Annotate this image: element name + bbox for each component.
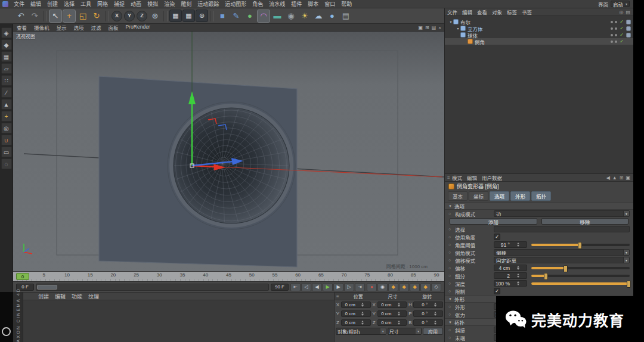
anim-dot-icon[interactable]: ○ (448, 328, 453, 332)
anim-dot-icon[interactable]: ○ (448, 266, 453, 270)
view-label[interactable]: 透视视图 (16, 33, 35, 39)
next-frame-button[interactable]: ▶ (333, 283, 343, 291)
menu-item[interactable]: 选择 (61, 0, 78, 8)
limit-checkbox[interactable]: ✓ (494, 288, 500, 294)
layout-dropdown[interactable]: 启动▾ (611, 1, 630, 7)
play-button[interactable]: ▶ (323, 283, 333, 291)
spinner-icon[interactable] (392, 321, 407, 325)
live-selection-icon[interactable]: ↖ (49, 10, 62, 23)
render-visibility-dot[interactable] (615, 27, 617, 30)
record-position-button[interactable]: ◆ (388, 283, 398, 291)
spinner-icon[interactable] (510, 266, 526, 270)
anim-dot-icon[interactable]: ○ (448, 235, 453, 239)
object-name[interactable]: 倒角 (475, 38, 485, 45)
angle-threshold-field[interactable]: 91 ° (494, 241, 527, 248)
record-rotation-button[interactable]: ◆ (410, 283, 420, 291)
spinner-icon[interactable] (510, 273, 526, 278)
panel-menu-icon[interactable]: ≡ (336, 294, 341, 299)
record-scale-button[interactable]: ◆ (399, 283, 409, 291)
render-visibility-dot[interactable] (615, 21, 617, 23)
spinner-icon[interactable] (392, 303, 407, 307)
viewport-menu-item[interactable]: 选项 (70, 24, 88, 31)
camera-object-icon[interactable]: ◉ (284, 10, 298, 23)
frame-range-slider[interactable] (36, 284, 269, 291)
object-manager-menu-item[interactable]: 文件 (445, 8, 460, 15)
attribute-menu-item[interactable]: 用户数据 (479, 174, 504, 181)
bend-deformer-icon[interactable]: ◠ (257, 10, 270, 23)
anim-dot-icon[interactable]: ○ (448, 335, 453, 340)
menu-item[interactable]: 编辑 (27, 0, 44, 8)
attribute-tab[interactable]: 外形 (510, 191, 530, 201)
phong-tag-icon[interactable] (626, 33, 631, 38)
material-menu-item[interactable]: 创建 (35, 293, 52, 300)
workplane-mode-icon[interactable]: ▱ (1, 63, 12, 74)
polygons-mode-icon[interactable]: ▲ (1, 99, 12, 110)
lock-icon[interactable]: ▣ (626, 175, 630, 181)
bevel-mode-dropdown[interactable]: 倒棱▼ (494, 249, 630, 256)
object-manager-menu-item[interactable]: 编辑 (460, 8, 475, 15)
floor-object-icon[interactable]: ▬ (271, 10, 284, 23)
scale-tool-icon[interactable]: ◱ (76, 10, 89, 23)
goto-end-button[interactable]: ⇥ (355, 283, 365, 291)
next-key-button[interactable]: ▷ (344, 283, 354, 291)
viewport-solo-icon[interactable]: ◎ (1, 123, 12, 133)
redo-icon[interactable]: ↷ (28, 10, 41, 23)
anim-dot-icon[interactable]: ○ (448, 258, 453, 262)
size-x-field[interactable]: 0 cm (377, 301, 407, 308)
rotate-tool-icon[interactable]: ↻ (90, 10, 103, 23)
x-axis-lock-icon[interactable]: X (112, 11, 122, 21)
viewport-menu-item[interactable]: ProRender (122, 24, 154, 31)
goto-start-button[interactable]: ⇤ (290, 283, 301, 291)
object-row[interactable]: ▾ 立方体 ✓ (445, 25, 633, 32)
spinner-icon[interactable] (356, 321, 370, 325)
viewport-menu-item[interactable]: 面板 (105, 24, 122, 31)
spinner-icon[interactable] (392, 312, 407, 316)
menu-item[interactable]: 帮助 (338, 0, 355, 8)
anim-dot-icon[interactable]: ○ (448, 250, 453, 254)
position-x-field[interactable]: 0 cm (341, 301, 371, 308)
search-icon[interactable]: ◎ (619, 10, 623, 15)
snapping-icon[interactable]: ∪ (1, 135, 12, 145)
size-z-field[interactable]: 0 cm (377, 319, 407, 326)
range-end-field[interactable]: 90 F (271, 284, 289, 291)
attribute-tab[interactable]: 拓扑 (531, 191, 551, 201)
phong-tag-icon[interactable] (626, 20, 631, 24)
record-pla-button[interactable]: ◇ (431, 283, 441, 291)
viewport-menu-item[interactable]: 过滤 (88, 24, 105, 31)
pane-maximize-icon[interactable]: ▣ (419, 25, 423, 30)
menu-item[interactable]: 脚本 (305, 0, 321, 8)
selection-add-button[interactable]: 添加 (450, 218, 537, 225)
expand-icon[interactable]: ▾ (448, 20, 453, 24)
model-mode-icon[interactable]: ◆ (1, 39, 12, 50)
object-manager-menu-item[interactable]: 标签 (504, 8, 519, 15)
anim-dot-icon[interactable]: ○ (448, 289, 453, 293)
depth-slider[interactable] (531, 282, 630, 285)
sky-object-icon[interactable]: ☁ (312, 10, 325, 23)
spinner-icon[interactable] (428, 303, 442, 307)
material-menu-item[interactable]: 编辑 (52, 293, 69, 300)
workplane-snap-icon[interactable]: ▭ (1, 147, 12, 157)
enabled-check-icon[interactable]: ✓ (620, 39, 624, 44)
record-parameter-button[interactable]: ◆ (420, 283, 431, 291)
spinner-icon[interactable] (428, 321, 442, 325)
autokey-button[interactable]: ◉ (377, 283, 388, 291)
nav-back-icon[interactable]: ◀ (606, 175, 610, 181)
enable-axis-icon[interactable]: + (1, 111, 12, 122)
composition-mode-dropdown[interactable]: 边▼ (494, 210, 630, 217)
render-view-icon[interactable]: ▦ (169, 10, 182, 22)
attribute-menu-item[interactable]: 模式 (450, 174, 465, 181)
selection-field[interactable] (494, 226, 630, 232)
frame-slider-handle[interactable] (37, 285, 57, 290)
use-angle-checkbox[interactable]: ✓ (494, 234, 500, 240)
editor-visibility-dot[interactable] (611, 27, 613, 30)
size-mode-dropdown[interactable]: 尺寸▾ (388, 328, 422, 335)
subdivision-surface-icon[interactable]: ● (243, 10, 256, 23)
depth-field[interactable]: 100 % (494, 280, 527, 287)
record-keyframe-button[interactable]: ● (367, 283, 377, 291)
object-row[interactable]: ▾ 布尔 ✓ (445, 18, 633, 25)
expand-icon[interactable]: ▾ (456, 26, 460, 30)
size-y-field[interactable]: 0 cm (377, 310, 407, 317)
menu-item[interactable]: 网格 (94, 0, 111, 8)
enabled-check-icon[interactable]: ✓ (620, 20, 624, 24)
timeline-scrubber[interactable]: 0 (16, 273, 29, 280)
